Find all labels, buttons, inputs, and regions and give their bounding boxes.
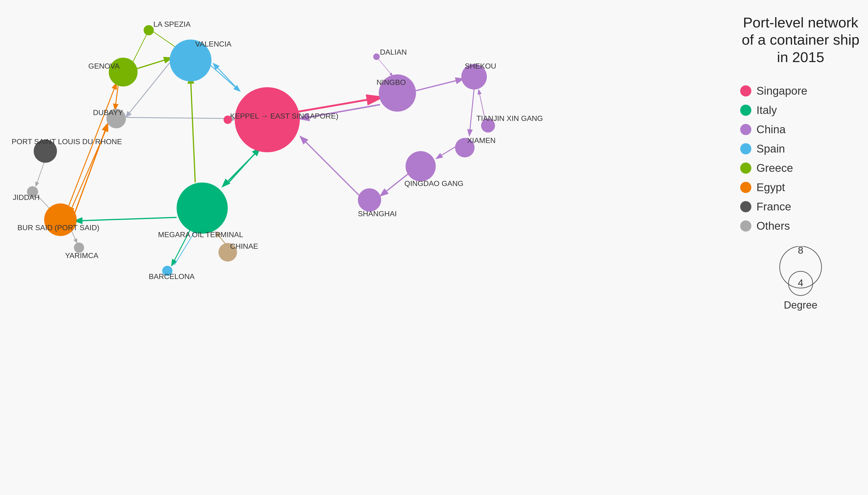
label-yarimca: YARIMCA [65, 251, 99, 260]
legend-label-france: France [757, 200, 791, 213]
svg-line-9 [470, 89, 474, 135]
legend-label-italy: Italy [757, 104, 777, 117]
label-shanghai: SHANGHAI [358, 209, 397, 218]
legend-dot-others [740, 220, 751, 232]
legend-label-others: Others [757, 220, 790, 232]
chart-title: Port-level network of a container ship i… [740, 14, 861, 66]
legend-item-italy: Italy [740, 104, 861, 117]
node-shanghai[interactable] [358, 188, 381, 211]
network-graph: LA SPEZIA GENOVA VALENCIA DALIAN NINGBO … [0, 0, 721, 495]
label-ningbo: NINGBO [376, 78, 406, 86]
label-bur-said: BUR SAID (PORT SAID) [17, 223, 100, 232]
legend-item-egypt: Egypt [740, 181, 861, 194]
degree-circles-svg: 8 4 [775, 246, 826, 297]
legend-label-greece: Greece [757, 161, 793, 174]
legend-item-singapore: Singapore [740, 84, 861, 97]
label-port-saint-louis: PORT SAINT LOUIS DU RHONE [12, 137, 122, 146]
label-east-singapore: KEPPEL → EAST SINGAPORE) [230, 112, 338, 120]
label-valencia: VALENCIA [195, 40, 232, 48]
label-dalian: DALIAN [380, 48, 407, 56]
degree-inner-label: 4 [798, 277, 803, 288]
svg-line-20 [67, 84, 116, 209]
legend-dot-italy [740, 105, 751, 116]
node-la-spezia[interactable] [144, 25, 154, 35]
label-la-spezia: LA SPEZIA [153, 20, 191, 28]
legend-item-greece: Greece [740, 161, 861, 174]
degree-legend: 8 4 Degree [740, 246, 861, 311]
label-genova: GENOVA [88, 62, 120, 70]
legend-item-france: France [740, 200, 861, 213]
label-qingdao: QINGDAO GANG [404, 179, 463, 188]
legend-label-singapore: Singapore [757, 84, 807, 97]
legend-label-china: China [757, 123, 785, 136]
svg-line-12 [301, 137, 359, 195]
svg-line-10 [437, 145, 458, 158]
label-barcelona: BARCELONA [149, 272, 195, 280]
svg-line-15 [227, 149, 259, 185]
svg-line-16 [75, 217, 177, 221]
label-jiddah: JIDDAH [13, 193, 40, 202]
node-megara[interactable] [177, 183, 228, 234]
svg-line-26 [36, 162, 44, 186]
legend-label-spain: Spain [757, 142, 785, 155]
label-shekou: SHEKOU [465, 62, 496, 70]
svg-line-8 [416, 79, 462, 91]
svg-line-5 [214, 64, 237, 88]
svg-line-23 [191, 77, 195, 183]
label-dubayy: DUBAYY [93, 108, 123, 117]
svg-line-28 [376, 57, 392, 75]
legend-label-egypt: Egypt [757, 181, 785, 194]
main-container: LA SPEZIA GENOVA VALENCIA DALIAN NINGBO … [0, 0, 868, 495]
legend-panel: Port-level network of a container ship i… [740, 14, 861, 311]
legend-item-spain: Spain [740, 142, 861, 155]
degree-outer-label: 8 [798, 246, 803, 256]
legend-dot-france [740, 201, 751, 212]
node-keppel[interactable] [224, 116, 232, 124]
legend-item-china: China [740, 123, 861, 136]
node-qingdao[interactable] [406, 151, 436, 181]
label-megara: MEGARA OIL TERMINAL [158, 231, 243, 239]
label-tianjin: TIANJIN XIN GANG [476, 114, 543, 122]
legend-dot-greece [740, 163, 751, 174]
degree-text: Degree [784, 299, 817, 311]
label-xiamen: XIAMEN [467, 136, 496, 144]
label-chinae: CHINAE [230, 242, 258, 251]
node-dalian[interactable] [373, 53, 380, 60]
legend-dot-egypt [740, 182, 751, 193]
svg-line-7 [299, 98, 379, 112]
svg-line-6 [127, 117, 233, 119]
legend-dot-singapore [740, 85, 751, 97]
legend-dot-china [740, 124, 751, 135]
legend-dot-spain [740, 143, 751, 154]
legend-item-others: Others [740, 220, 861, 232]
